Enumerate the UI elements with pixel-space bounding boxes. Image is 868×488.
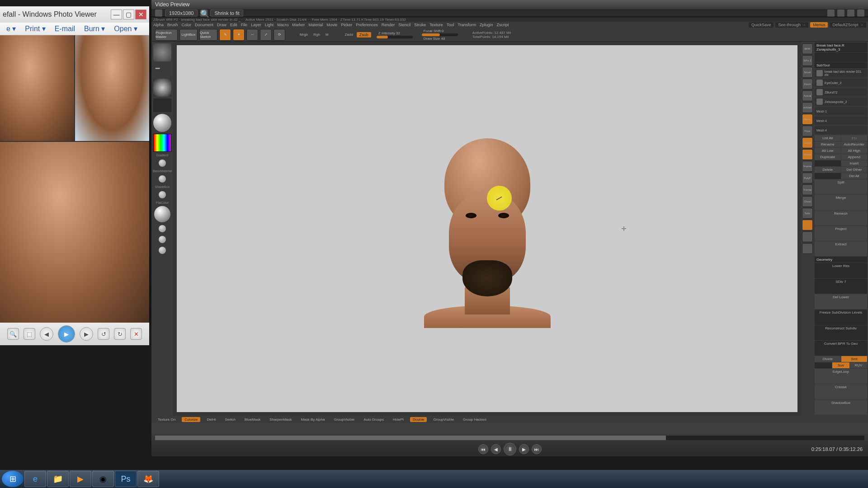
pause-button[interactable]: ⏸ [504,443,516,455]
minimize-button[interactable]: ― [111,9,122,19]
persp-button[interactable]: Persp [802,114,813,125]
subtool-item[interactable]: EyeOuter_2 [815,79,867,87]
duplicate-button[interactable]: Duplicate [815,154,841,160]
suv-button[interactable]: Suv [832,362,849,368]
colorize-button[interactable]: Colorize [182,417,200,422]
ruv-button[interactable]: RUV [850,362,867,368]
aahalf-button[interactable]: AAHalf [802,102,813,113]
rotate-button[interactable]: ⟳ [274,29,285,41]
menu-macro[interactable]: Macro [277,23,288,27]
allhigh-button[interactable]: All High [841,148,868,154]
material-selector[interactable] [153,114,171,132]
menu-transform[interactable]: Transform [458,23,476,27]
delete-button[interactable]: ✕ [130,328,142,340]
material-sphere[interactable] [159,175,166,183]
subtool-header[interactable]: SubTool [815,62,867,68]
fit-dropdown[interactable]: Shrink to fit [210,9,243,17]
double-button[interactable]: Double [410,417,427,422]
menu-stroke[interactable]: Stroke [414,23,426,27]
scroll-button[interactable]: Scroll [802,67,813,78]
xpose-button[interactable]: Xpose [802,149,813,160]
rename-button[interactable]: Rename [815,141,841,147]
taskbar-app[interactable]: 🦊 [137,471,159,487]
stroke-selector[interactable] [153,63,171,77]
frame-button[interactable]: Frame [802,161,813,172]
subtool-item[interactable]: Mesh 1 [815,107,867,115]
rotate-ccw-button[interactable]: ↺ [98,328,109,340]
slideshow-button[interactable]: ▶ [58,325,75,343]
hidept-button[interactable]: HidePt [390,417,406,422]
convert-button[interactable]: Convert BPR To Geo [815,341,867,356]
menu-render[interactable]: Render [382,23,395,27]
split-button[interactable]: Split [815,179,867,194]
zoom-button[interactable]: Zoom [802,79,813,89]
photo-viewer-titlebar[interactable]: efall - Windows Photo Viewer ― ▢ ✕ [0,6,149,23]
alpha-selector[interactable] [153,79,171,97]
alllow-button[interactable]: All Low [815,148,841,154]
start-button[interactable]: ⊞ [2,471,24,487]
taskbar-ie[interactable]: e [24,471,46,487]
menu-layer[interactable]: Layer [251,23,261,27]
quicksketch-button[interactable]: Quick Sketch [199,29,217,41]
spix-button[interactable]: SPix 2 [802,55,813,66]
groupvisible2-button[interactable]: GroupVisible [430,417,457,422]
tool-icon[interactable] [837,9,844,17]
tool-header[interactable]: Break bad face.R Zsnapshotfx_3 [815,42,867,52]
taskbar-explorer[interactable]: 📁 [47,471,69,487]
rgb-button[interactable]: Rgb [311,33,322,37]
skip-end-button[interactable]: ⏭ [532,444,542,454]
settings-icon[interactable] [155,9,162,17]
menu-tool[interactable]: Tool [447,23,454,27]
maskbyalpha-button[interactable]: Mask By Alpha [298,417,328,422]
menu-light[interactable]: Light [265,23,274,27]
menu-preferences[interactable]: Preferences [356,23,378,27]
merge-button[interactable]: Merge [815,195,867,210]
insert-button[interactable]: Insert [841,160,868,166]
burn-menu[interactable]: Burn ▾ [80,24,109,33]
menu-stencil[interactable]: Stencil [398,23,410,27]
taskbar-media[interactable]: ▶ [70,471,91,487]
delete-button[interactable]: Delete [815,167,841,173]
email-menu[interactable]: E-mail [50,25,80,33]
menu-material[interactable]: Material [308,23,323,27]
fit-button[interactable]: ⬚ [24,328,35,340]
zsub-button[interactable]: Zsub [357,32,371,38]
lightbox-button[interactable]: LightBox [179,29,198,41]
video-preview-titlebar[interactable]: Video Preview [151,0,868,9]
flat-sphere[interactable] [154,206,170,222]
dellower-button[interactable]: Del Lower [815,294,867,309]
extra-button[interactable] [802,243,813,254]
print-menu[interactable]: Print ▾ [20,24,50,33]
menu-texture[interactable]: Texture [429,23,443,27]
shadowbox-button[interactable]: ShadowBox [815,400,867,415]
open-menu[interactable]: Open ▾ [109,24,142,33]
menu-movie[interactable]: Movie [326,23,337,27]
prev-frame-button[interactable]: ◀ [491,444,501,454]
seethrough-slider[interactable]: See-through → [775,22,808,28]
menu-brush[interactable]: Brush [167,23,178,27]
shadebox-sphere[interactable] [159,191,166,198]
subtool-item[interactable]: Mesh 4 [815,117,867,125]
file-menu[interactable]: e ▾ [2,24,20,33]
tool-thumbnail[interactable] [815,53,867,62]
delht-button[interactable]: DelHt [204,417,218,422]
grouphacked-button[interactable]: Group Hacked [460,417,489,422]
divide-button[interactable]: Divide [815,356,841,362]
autogroups-button[interactable]: Auto Groups [361,417,387,422]
tool-icon[interactable] [857,9,864,17]
extra-button[interactable] [802,231,813,242]
delall-button[interactable]: Del All [841,173,868,179]
remesh-button[interactable]: Remesh [815,211,867,225]
texture-selector[interactable] [153,99,171,112]
transp-button[interactable]: Transp [802,184,813,195]
taskbar-chrome[interactable]: ◉ [92,471,114,487]
autoreorder-button[interactable]: AutoReorder [841,141,868,147]
mini-sphere[interactable] [159,247,166,254]
smt-button[interactable]: Smt [841,356,868,362]
next-frame-button[interactable]: ▶ [519,444,529,454]
local-button[interactable]: Local [802,137,813,148]
floor-button[interactable]: Floor [802,126,813,136]
zoom-button[interactable]: 🔍 [7,328,19,340]
extra-button[interactable] [802,220,813,230]
geometry-header[interactable]: Geometry [815,257,867,263]
